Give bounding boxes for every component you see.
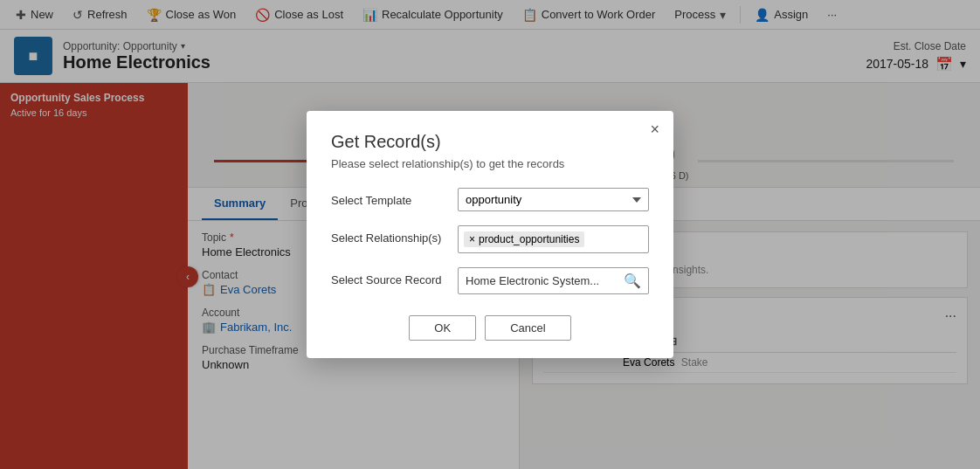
modal-field-relationship: Select Relationship(s) × product_opportu… bbox=[331, 225, 649, 253]
modal-ok-button[interactable]: OK bbox=[409, 315, 476, 341]
modal-template-control: opportunity bbox=[458, 188, 649, 211]
modal-field-source: Select Source Record Home Electronic Sys… bbox=[331, 267, 649, 294]
tag-x[interactable]: × bbox=[469, 233, 475, 245]
modal-relationship-label: Select Relationship(s) bbox=[331, 225, 458, 245]
modal-field-template: Select Template opportunity bbox=[331, 188, 649, 211]
modal-source-text: Home Electronic System... bbox=[466, 274, 624, 287]
modal-source-control: Home Electronic System... 🔍 bbox=[458, 267, 649, 294]
search-icon: 🔍 bbox=[624, 272, 641, 289]
modal-template-label: Select Template bbox=[331, 188, 458, 207]
modal-relationship-input[interactable]: × product_opportunities bbox=[458, 225, 649, 253]
modal-cancel-button[interactable]: Cancel bbox=[485, 315, 570, 341]
modal-template-select[interactable]: opportunity bbox=[458, 188, 649, 211]
modal-overlay[interactable]: × Get Record(s) Please select relationsh… bbox=[0, 0, 980, 469]
modal-subtitle: Please select relationship(s) to get the… bbox=[331, 157, 649, 170]
modal-footer: OK Cancel bbox=[331, 315, 649, 341]
modal-relationship-control: × product_opportunities bbox=[458, 225, 649, 253]
modal-source-input[interactable]: Home Electronic System... 🔍 bbox=[458, 267, 649, 294]
modal-source-label: Select Source Record bbox=[331, 267, 458, 286]
modal-close-button[interactable]: × bbox=[650, 121, 659, 137]
modal-dialog: × Get Record(s) Please select relationsh… bbox=[307, 111, 673, 358]
modal-title: Get Record(s) bbox=[331, 132, 649, 152]
tag-value: product_opportunities bbox=[479, 233, 579, 245]
relationship-tag: × product_opportunities bbox=[464, 231, 584, 247]
